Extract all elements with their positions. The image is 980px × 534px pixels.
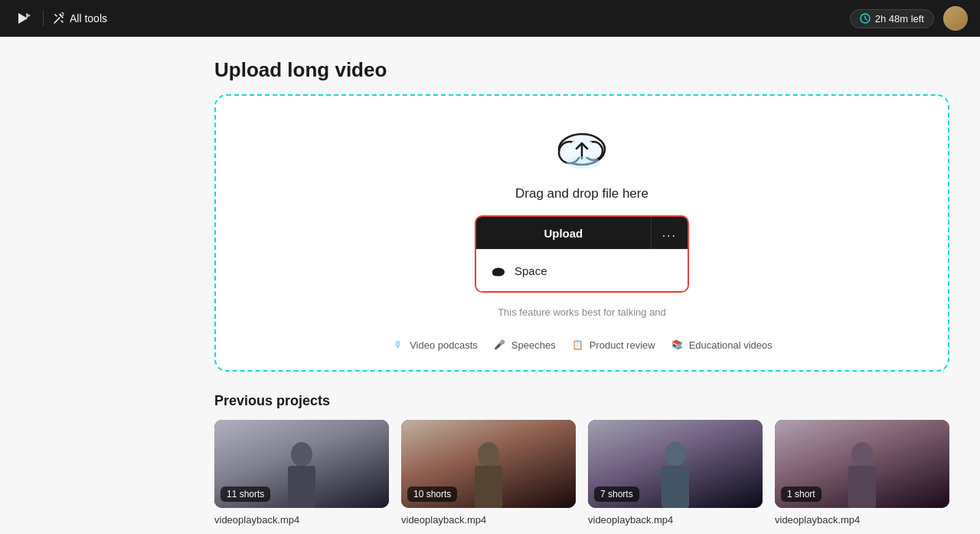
header-divider [43, 11, 44, 26]
shorts-badge-2: 7 shorts [594, 486, 639, 502]
svg-point-7 [567, 156, 600, 169]
all-tools-nav[interactable]: All tools [53, 12, 107, 25]
all-tools-label: All tools [70, 12, 107, 25]
app-logo-icon[interactable] [12, 8, 34, 29]
project-card-3[interactable]: 1 short videoplayback.mp4 [775, 420, 949, 526]
tag-educational-videos-label: Educational videos [689, 339, 773, 351]
user-avatar[interactable] [943, 6, 968, 31]
thumbnail-overlay-1: 10 shorts [401, 420, 576, 508]
project-thumbnail-1: 10 shorts [401, 420, 576, 508]
tag-video-podcasts[interactable]: 🎙 Video podcasts [391, 338, 478, 352]
thumbnail-overlay-3: 1 short [775, 420, 949, 508]
cloud-upload-icon [551, 120, 612, 174]
speeches-icon: 🎤 [493, 338, 507, 352]
product-review-icon: 📋 [571, 338, 585, 352]
educational-videos-icon: 📚 [671, 338, 684, 352]
space-menu-label: Space [514, 264, 547, 277]
shorts-badge-0: 11 shorts [220, 486, 270, 502]
project-card-1[interactable]: 10 shorts videoplayback.mp4 [401, 420, 576, 526]
svg-rect-11 [495, 269, 502, 274]
project-name-0: videoplayback.mp4 [214, 514, 389, 526]
projects-grid: 11 shorts videoplayback.mp4 10 shorts vi… [214, 420, 949, 526]
header-right: 2h 48m left [850, 6, 968, 31]
upload-trigger: Upload ... [476, 217, 688, 249]
project-card-0[interactable]: 11 shorts videoplayback.mp4 [214, 420, 389, 526]
header-left: All tools [12, 8, 107, 29]
video-podcasts-icon: 🎙 [391, 338, 405, 352]
feature-description: This feature works best for talking and [498, 306, 666, 318]
shorts-badge-3: 1 short [781, 486, 822, 502]
upload-dropdown-menu: Space [476, 249, 688, 291]
tag-product-review[interactable]: 📋 Product review [571, 338, 655, 352]
thumbnail-overlay-0: 11 shorts [214, 420, 389, 508]
shorts-badge-1: 10 shorts [407, 486, 457, 502]
upload-more-options-button[interactable]: ... [651, 217, 688, 249]
tag-product-review-label: Product review [590, 339, 655, 351]
space-menu-item[interactable]: Space [476, 254, 688, 287]
project-card-2[interactable]: 7 shorts videoplayback.mp4 [588, 420, 763, 526]
project-name-2: videoplayback.mp4 [588, 514, 763, 526]
content-type-tags: 🎙 Video podcasts 🎤 Speeches 📋 Product re… [391, 338, 773, 352]
space-cloud-icon [490, 262, 507, 279]
project-name-1: videoplayback.mp4 [401, 514, 576, 526]
tag-speeches-label: Speeches [511, 339, 556, 351]
magic-icon [53, 12, 65, 25]
header: All tools 2h 48m left [0, 0, 980, 37]
sidebar [0, 37, 199, 534]
project-thumbnail-3: 1 short [775, 420, 949, 508]
project-thumbnail-0: 11 shorts [214, 420, 389, 508]
upload-button[interactable]: Upload [476, 218, 651, 249]
time-remaining-badge[interactable]: 2h 48m left [850, 9, 934, 28]
project-thumbnail-2: 7 shorts [588, 420, 763, 508]
drag-drop-text: Drag and drop file here [515, 186, 648, 201]
previous-projects-title: Previous projects [214, 393, 949, 409]
upload-dropdown-wrapper: Upload ... Space [475, 215, 689, 293]
tag-educational-videos[interactable]: 📚 Educational videos [671, 338, 773, 352]
avatar-image [943, 6, 968, 31]
tag-video-podcasts-label: Video podcasts [410, 339, 478, 351]
upload-area: Drag and drop file here Upload ... [214, 94, 949, 372]
page-title: Upload long video [214, 58, 949, 82]
time-remaining-text: 2h 48m left [875, 13, 924, 25]
tag-speeches[interactable]: 🎤 Speeches [493, 338, 556, 352]
thumbnail-overlay-2: 7 shorts [588, 420, 763, 508]
clock-icon [860, 13, 871, 24]
project-name-3: videoplayback.mp4 [775, 514, 949, 526]
